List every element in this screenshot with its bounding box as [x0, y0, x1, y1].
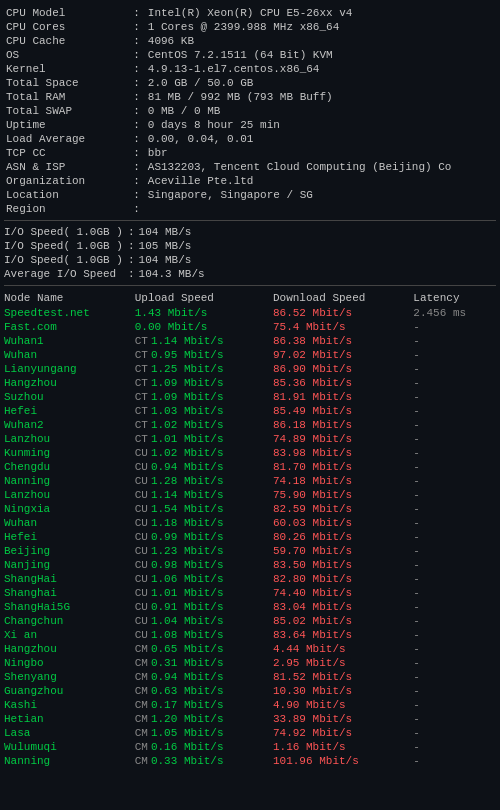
- node-name: Lanzhou: [4, 489, 50, 501]
- speed-node: Nanjing: [4, 558, 135, 572]
- speed-download: 10.30 Mbit/s: [273, 684, 413, 698]
- sysinfo-label: Total RAM: [4, 90, 129, 104]
- io-row: I/O Speed( 1.0GB ) : 105 MB/s: [4, 239, 496, 253]
- divider-2: [4, 285, 496, 286]
- speed-latency: -: [413, 320, 496, 334]
- sysinfo-value: 1 Cores @ 2399.988 MHz x86_64: [146, 20, 496, 34]
- speed-latency: -: [413, 726, 496, 740]
- download-value: 1.16 Mbit/s: [273, 741, 346, 753]
- col-download: Download Speed: [273, 290, 413, 306]
- speed-latency: -: [413, 572, 496, 586]
- speed-upload: CT1.14 Mbit/s: [135, 334, 273, 348]
- node-name: Kunming: [4, 447, 50, 459]
- speed-download: 97.02 Mbit/s: [273, 348, 413, 362]
- upload-value: 0.98 Mbit/s: [151, 559, 224, 571]
- speed-node: Wuhan: [4, 348, 135, 362]
- latency-value: -: [413, 349, 420, 361]
- sysinfo-colon: :: [129, 34, 146, 48]
- speed-latency: -: [413, 404, 496, 418]
- speed-node: Hetian: [4, 712, 135, 726]
- upload-value: 0.33 Mbit/s: [151, 755, 224, 767]
- speed-upload: CU0.94 Mbit/s: [135, 460, 273, 474]
- col-latency: Latency: [413, 290, 496, 306]
- sysinfo-colon: :: [129, 174, 146, 188]
- speed-latency: -: [413, 586, 496, 600]
- speed-row: ShangHai CU1.06 Mbit/s 82.80 Mbit/s -: [4, 572, 496, 586]
- download-value: 86.52 Mbit/s: [273, 307, 352, 319]
- speed-node: Hefei: [4, 404, 135, 418]
- speed-upload: CT1.25 Mbit/s: [135, 362, 273, 376]
- sysinfo-label: Total Space: [4, 76, 129, 90]
- isp-label: CT: [135, 377, 148, 389]
- speed-download: 86.38 Mbit/s: [273, 334, 413, 348]
- speed-latency: -: [413, 754, 496, 768]
- sysinfo-colon: :: [129, 62, 146, 76]
- latency-value: -: [413, 643, 420, 655]
- isp-label: CU: [135, 489, 148, 501]
- speed-row: Wuhan CU1.18 Mbit/s 60.03 Mbit/s -: [4, 516, 496, 530]
- sysinfo-value: 0 MB / 0 MB: [146, 104, 496, 118]
- speed-node: Wuhan2: [4, 418, 135, 432]
- latency-value: -: [413, 489, 420, 501]
- speed-latency: -: [413, 348, 496, 362]
- node-name: Shanghai: [4, 587, 57, 599]
- speed-upload: CU1.06 Mbit/s: [135, 572, 273, 586]
- upload-value: 0.94 Mbit/s: [151, 461, 224, 473]
- speed-upload: CM1.05 Mbit/s: [135, 726, 273, 740]
- sysinfo-value: 2.0 GB / 50.0 GB: [146, 76, 496, 90]
- speed-node: Hangzhou: [4, 642, 135, 656]
- sysinfo-colon: :: [129, 202, 146, 216]
- download-value: 74.92 Mbit/s: [273, 727, 352, 739]
- isp-label: CT: [135, 405, 148, 417]
- latency-value: -: [413, 531, 420, 543]
- speed-row: Hefei CU0.99 Mbit/s 80.26 Mbit/s -: [4, 530, 496, 544]
- speed-node: Shenyang: [4, 670, 135, 684]
- speed-node: Lianyungang: [4, 362, 135, 376]
- sysinfo-label: Region: [4, 202, 129, 216]
- sysinfo-row: Region :: [4, 202, 496, 216]
- sysinfo-row: Total SWAP : 0 MB / 0 MB: [4, 104, 496, 118]
- node-name: Lanzhou: [4, 433, 50, 445]
- speed-download: 86.90 Mbit/s: [273, 362, 413, 376]
- sysinfo-value: CentOS 7.2.1511 (64 Bit) KVM: [146, 48, 496, 62]
- node-name: Nanning: [4, 475, 50, 487]
- speed-latency: -: [413, 740, 496, 754]
- speed-node: Nanning: [4, 754, 135, 768]
- latency-value: -: [413, 433, 420, 445]
- node-name: Wuhan1: [4, 335, 44, 347]
- speed-node: ShangHai: [4, 572, 135, 586]
- sysinfo-label: Location: [4, 188, 129, 202]
- download-value: 81.70 Mbit/s: [273, 461, 352, 473]
- upload-value: 1.02 Mbit/s: [151, 447, 224, 459]
- speed-latency: -: [413, 502, 496, 516]
- latency-value: -: [413, 419, 420, 431]
- latency-value: -: [413, 363, 420, 375]
- node-name: Speedtest.net: [4, 307, 90, 319]
- speed-node: Kashi: [4, 698, 135, 712]
- sysinfo-row: Organization : Aceville Pte.ltd: [4, 174, 496, 188]
- sysinfo-label: TCP CC: [4, 146, 129, 160]
- upload-value: 1.23 Mbit/s: [151, 545, 224, 557]
- isp-label: CM: [135, 741, 148, 753]
- download-value: 86.38 Mbit/s: [273, 335, 352, 347]
- node-name: Hangzhou: [4, 377, 57, 389]
- speed-latency: -: [413, 614, 496, 628]
- speed-node: ShangHai5G: [4, 600, 135, 614]
- speed-node: Nanning: [4, 474, 135, 488]
- download-value: 75.90 Mbit/s: [273, 489, 352, 501]
- isp-label: CU: [135, 587, 148, 599]
- sysinfo-value: Singapore, Singapore / SG: [146, 188, 496, 202]
- speed-upload: CU0.91 Mbit/s: [135, 600, 273, 614]
- upload-value: 1.01 Mbit/s: [151, 587, 224, 599]
- isp-label: CU: [135, 503, 148, 515]
- speed-latency: -: [413, 376, 496, 390]
- isp-label: CM: [135, 699, 148, 711]
- speed-download: 81.91 Mbit/s: [273, 390, 413, 404]
- speed-row: Shanghai CU1.01 Mbit/s 74.40 Mbit/s -: [4, 586, 496, 600]
- node-name: Wuhan: [4, 349, 37, 361]
- sysinfo-colon: :: [129, 132, 146, 146]
- speed-row: Nanning CU1.28 Mbit/s 74.18 Mbit/s -: [4, 474, 496, 488]
- speed-node: Ningxia: [4, 502, 135, 516]
- speed-row: Hangzhou CT1.09 Mbit/s 85.36 Mbit/s -: [4, 376, 496, 390]
- speed-download: 60.03 Mbit/s: [273, 516, 413, 530]
